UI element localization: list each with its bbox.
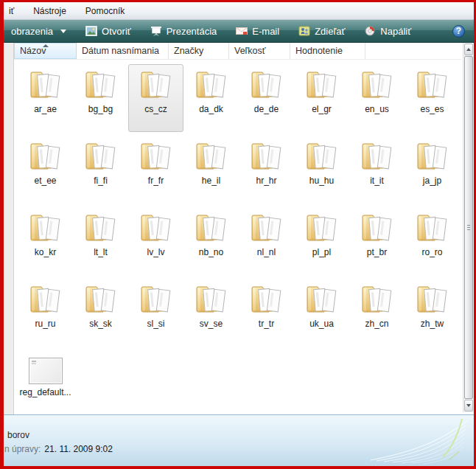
folder-item-label: et_ee [34, 176, 56, 186]
status-modified-value: 21. 11. 2009 9:02 [44, 444, 113, 454]
folder-item[interactable]: hu_hu [294, 136, 349, 204]
views-dropdown[interactable]: obrazenia [4, 20, 74, 42]
folder-item[interactable]: de_de [239, 64, 294, 132]
folder-item-label: tr_tr [259, 319, 274, 329]
folder-icon [194, 67, 229, 101]
folder-item[interactable]: hr_hr [239, 136, 294, 204]
folder-item-label: ar_ae [34, 104, 57, 114]
folder-item[interactable]: sk_sk [73, 279, 128, 347]
folder-icon [139, 210, 174, 244]
folder-item[interactable]: sv_se [183, 279, 239, 347]
menu-item-tools[interactable]: Nástroje [33, 6, 66, 16]
column-header-date-taken-label: Dátum nasnímania [82, 46, 159, 56]
column-header-size[interactable]: Veľkosť [229, 43, 290, 59]
folder-icon [28, 210, 63, 244]
folder-icon [304, 67, 340, 101]
file-thumbnail-icon [29, 358, 63, 384]
folder-item[interactable]: ko_kr [18, 207, 73, 275]
arrow-up-icon [466, 48, 471, 51]
folder-item-label: ja_jp [423, 176, 441, 186]
folder-item[interactable]: ar_ae [18, 64, 73, 132]
burn-button-label: Napáliť [380, 26, 411, 37]
folder-item[interactable]: fi_fi [73, 136, 128, 204]
folder-item[interactable]: tr_tr [239, 279, 294, 347]
folder-item[interactable]: cs_cz [128, 64, 183, 132]
column-header-rating[interactable]: Hodnotenie [290, 43, 365, 59]
folder-item[interactable]: pl_pl [294, 207, 349, 275]
column-header-name[interactable]: Názov [14, 43, 77, 59]
open-button[interactable]: Otvoriť [78, 20, 139, 42]
folder-item[interactable]: es_es [405, 64, 460, 132]
scrollbar-thumb[interactable] [464, 56, 473, 399]
folder-item-label: it_it [370, 176, 384, 186]
folder-icon [249, 139, 284, 173]
column-header-tags[interactable]: Značky [169, 43, 229, 59]
share-button[interactable]: Zdieľať [291, 20, 352, 42]
folder-item[interactable]: sl_si [128, 279, 183, 347]
folder-item[interactable]: it_it [349, 136, 405, 204]
folder-item-label: pt_br [367, 247, 387, 257]
share-button-label: Zdieľať [315, 26, 345, 37]
folder-item[interactable]: bg_bg [73, 64, 128, 132]
email-button[interactable]: E-mail [228, 20, 287, 42]
folder-item-label: ru_ru [35, 319, 55, 329]
folder-item-label: ro_ro [421, 247, 442, 257]
folder-icon [304, 139, 340, 173]
file-item-label: reg_default... [19, 387, 71, 397]
file-item[interactable]: reg_default... [18, 350, 73, 412]
folder-item-label: es_es [420, 104, 444, 114]
folder-item-label: ko_kr [35, 247, 56, 257]
folder-item-label: sk_sk [89, 319, 112, 329]
folder-icon [304, 210, 340, 244]
folder-item[interactable]: en_us [349, 64, 405, 132]
help-button[interactable]: ? [452, 25, 465, 38]
folder-icon [28, 139, 63, 173]
folder-item-label: cs_cz [144, 104, 167, 114]
slideshow-button[interactable]: Prezentácia [143, 20, 225, 42]
folder-item-label: sl_si [147, 319, 164, 329]
menu-item-edit-truncated[interactable]: iť [9, 6, 14, 16]
scroll-up-button[interactable] [464, 44, 473, 55]
views-dropdown-label: obrazenia [11, 26, 53, 37]
folder-icon [139, 282, 174, 316]
folder-icon [194, 210, 229, 244]
vertical-scrollbar[interactable] [463, 43, 474, 412]
slideshow-icon [150, 26, 162, 36]
menu-item-help[interactable]: Pomocník [85, 6, 125, 16]
folder-item[interactable]: lv_lv [128, 207, 183, 275]
picture-icon [85, 26, 97, 36]
folder-icon [249, 210, 284, 244]
folder-item[interactable]: uk_ua [294, 279, 349, 347]
folder-item[interactable]: lt_lt [73, 207, 128, 275]
folder-icon [360, 139, 395, 173]
folder-item[interactable]: ro_ro [405, 207, 460, 275]
folder-item-label: pl_pl [312, 247, 331, 257]
folder-icon [360, 282, 395, 316]
burn-button[interactable]: Napáliť [357, 20, 419, 42]
folder-icon [139, 139, 174, 173]
arrow-down-icon [466, 404, 471, 407]
folder-item[interactable]: da_dk [183, 64, 239, 132]
folder-item-label: da_dk [199, 104, 223, 114]
column-header-date-taken[interactable]: Dátum nasnímania [77, 43, 169, 59]
folder-item[interactable]: et_ee [18, 136, 73, 204]
status-file-count: borov [7, 430, 29, 440]
folder-item[interactable]: zh_cn [349, 279, 405, 347]
scroll-down-button[interactable] [464, 400, 473, 411]
folder-item[interactable]: ru_ru [18, 279, 73, 347]
folder-icon [194, 139, 229, 173]
folder-icon [360, 210, 395, 244]
folder-item[interactable]: zh_tw [405, 279, 460, 347]
folder-item-label: hu_hu [309, 176, 334, 186]
folder-item[interactable]: nl_nl [239, 207, 294, 275]
folder-item-label: bg_bg [88, 104, 113, 114]
folder-item[interactable]: el_gr [294, 64, 349, 132]
help-button-label: ? [456, 26, 461, 36]
folder-item-label: el_gr [312, 104, 332, 114]
folder-item[interactable]: he_il [183, 136, 239, 204]
folder-item[interactable]: fr_fr [128, 136, 183, 204]
folder-item[interactable]: nb_no [183, 207, 239, 275]
folder-item[interactable]: pt_br [349, 207, 405, 275]
folder-icon [360, 67, 395, 101]
folder-item[interactable]: ja_jp [405, 136, 460, 204]
